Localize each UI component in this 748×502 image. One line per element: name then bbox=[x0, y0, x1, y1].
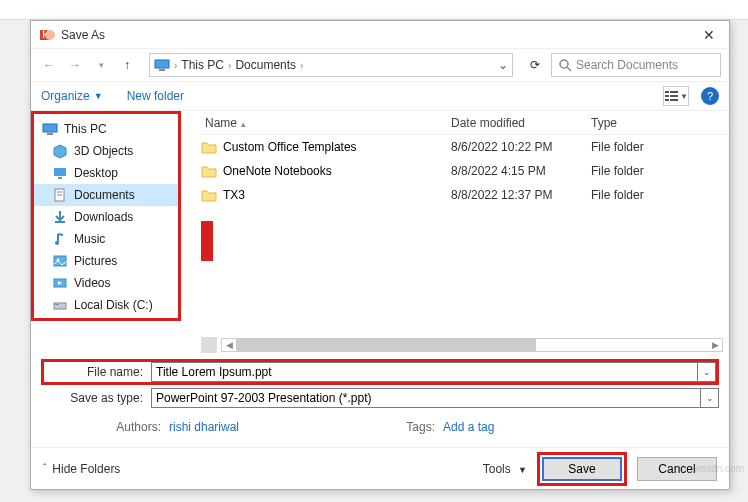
forward-arrow-icon[interactable]: → bbox=[65, 55, 85, 75]
type-dropdown-icon[interactable]: ⌄ bbox=[701, 388, 719, 408]
save-as-dialog: P Save As ✕ ← → ▾ ↑ › This PC › Document… bbox=[30, 20, 730, 490]
filename-row: File name: Title Lorem Ipsum.ppt ⌄ bbox=[41, 359, 719, 385]
sidebar-item-documents[interactable]: Documents bbox=[34, 184, 178, 206]
chevron-up-icon: ˆ bbox=[43, 463, 46, 474]
save-label: Save bbox=[568, 462, 595, 476]
scroll-right-icon[interactable]: ▶ bbox=[708, 338, 722, 352]
view-details-icon bbox=[664, 90, 678, 102]
column-type[interactable]: Type bbox=[591, 116, 729, 130]
navigation-tree: This PC 3D Objects Desktop Documents Dow… bbox=[31, 111, 181, 321]
file-name: OneNote Notebooks bbox=[223, 164, 332, 178]
chevron-down-icon: ▼ bbox=[518, 465, 527, 475]
close-icon[interactable]: ✕ bbox=[697, 23, 721, 47]
tags-label: Tags: bbox=[375, 420, 435, 434]
authors-value[interactable]: rishi dhariwal bbox=[169, 420, 239, 434]
svg-rect-17 bbox=[58, 177, 62, 179]
sidebar-item-videos[interactable]: Videos bbox=[34, 272, 178, 294]
back-arrow-icon[interactable]: ← bbox=[39, 55, 59, 75]
filename-input[interactable]: Title Lorem Ipsum.ppt bbox=[151, 362, 698, 382]
scroll-thumb[interactable] bbox=[236, 339, 536, 351]
this-pc-icon bbox=[154, 59, 170, 71]
svg-point-2 bbox=[45, 30, 55, 40]
save-as-type-row: Save as type: PowerPoint 97-2003 Present… bbox=[41, 385, 719, 411]
file-name: Custom Office Templates bbox=[223, 140, 357, 154]
chevron-down-icon: ▼ bbox=[94, 91, 103, 101]
horizontal-scrollbar[interactable]: ◀ ▶ bbox=[221, 338, 723, 352]
file-type: File folder bbox=[591, 188, 729, 202]
folder-icon bbox=[201, 188, 217, 202]
documents-icon bbox=[52, 187, 68, 203]
file-type: File folder bbox=[591, 140, 729, 154]
recent-dropdown-icon[interactable]: ▾ bbox=[91, 55, 111, 75]
sidebar-item-label: Music bbox=[74, 232, 105, 246]
sidebar-item-music[interactable]: Music bbox=[34, 228, 178, 250]
file-list: Name▴ Date modified Type Custom Office T… bbox=[201, 111, 729, 353]
svg-line-6 bbox=[567, 67, 571, 71]
chevron-right-icon[interactable]: › bbox=[228, 60, 231, 71]
titlebar: P Save As ✕ bbox=[31, 21, 729, 49]
column-date[interactable]: Date modified bbox=[451, 116, 591, 130]
svg-rect-10 bbox=[670, 95, 678, 97]
svg-rect-13 bbox=[43, 124, 57, 132]
filename-label: File name: bbox=[41, 365, 151, 379]
cancel-label: Cancel bbox=[658, 462, 695, 476]
chevron-down-icon: ▼ bbox=[680, 92, 688, 101]
hide-folders-label: Hide Folders bbox=[52, 462, 120, 476]
file-date: 8/6/2022 10:22 PM bbox=[451, 140, 591, 154]
up-arrow-icon[interactable]: ↑ bbox=[117, 55, 137, 75]
filename-dropdown-icon[interactable]: ⌄ bbox=[698, 362, 716, 382]
sidebar-item-downloads[interactable]: Downloads bbox=[34, 206, 178, 228]
hide-folders-button[interactable]: ˆ Hide Folders bbox=[43, 462, 120, 476]
this-pc-icon bbox=[42, 121, 58, 137]
tags-value[interactable]: Add a tag bbox=[443, 420, 494, 434]
folder-icon bbox=[201, 164, 217, 178]
highlight-decoration bbox=[201, 221, 213, 261]
file-row[interactable]: TX3 8/8/2022 12:37 PM File folder bbox=[201, 183, 729, 207]
crumb-documents[interactable]: Documents bbox=[235, 58, 296, 72]
file-row[interactable]: Custom Office Templates 8/6/2022 10:22 P… bbox=[201, 135, 729, 159]
chevron-right-icon[interactable]: › bbox=[174, 60, 177, 71]
form-area: File name: Title Lorem Ipsum.ppt ⌄ Save … bbox=[31, 353, 729, 447]
svg-rect-28 bbox=[55, 304, 59, 305]
sidebar-item-this-pc[interactable]: This PC bbox=[34, 118, 178, 140]
type-label: Save as type: bbox=[41, 391, 151, 405]
sidebar-item-local-disk[interactable]: Local Disk (C:) bbox=[34, 294, 178, 316]
scroll-left-icon[interactable]: ◀ bbox=[222, 338, 236, 352]
svg-marker-15 bbox=[54, 145, 66, 158]
address-bar-row: ← → ▾ ↑ › This PC › Documents › ⌄ ⟳ Sear… bbox=[31, 49, 729, 81]
chevron-right-icon[interactable]: › bbox=[300, 60, 303, 71]
sidebar-item-label: Pictures bbox=[74, 254, 117, 268]
address-dropdown-icon[interactable]: ⌄ bbox=[498, 58, 508, 72]
svg-rect-12 bbox=[670, 99, 678, 101]
sidebar-item-label: Desktop bbox=[74, 166, 118, 180]
sidebar-item-pictures[interactable]: Pictures bbox=[34, 250, 178, 272]
search-input[interactable]: Search Documents bbox=[551, 53, 721, 77]
column-headers: Name▴ Date modified Type bbox=[201, 111, 729, 135]
sidebar-item-3d-objects[interactable]: 3D Objects bbox=[34, 140, 178, 162]
desktop-icon bbox=[52, 165, 68, 181]
crumb-this-pc[interactable]: This PC bbox=[181, 58, 224, 72]
type-value: PowerPoint 97-2003 Presentation (*.ppt) bbox=[156, 391, 371, 405]
sidebar-item-label: This PC bbox=[64, 122, 107, 136]
refresh-icon[interactable]: ⟳ bbox=[525, 55, 545, 75]
save-button[interactable]: Save bbox=[542, 457, 622, 481]
background-app-ribbon bbox=[0, 0, 748, 20]
view-options-button[interactable]: ▼ bbox=[663, 86, 689, 106]
file-row[interactable]: OneNote Notebooks 8/8/2022 4:15 PM File … bbox=[201, 159, 729, 183]
file-date: 8/8/2022 12:37 PM bbox=[451, 188, 591, 202]
svg-point-5 bbox=[560, 60, 568, 68]
sidebar-item-label: Videos bbox=[74, 276, 110, 290]
disk-icon bbox=[52, 297, 68, 313]
filename-value: Title Lorem Ipsum.ppt bbox=[156, 365, 272, 379]
help-icon[interactable]: ? bbox=[701, 87, 719, 105]
sidebar-item-desktop[interactable]: Desktop bbox=[34, 162, 178, 184]
save-as-type-select[interactable]: PowerPoint 97-2003 Presentation (*.ppt) bbox=[151, 388, 701, 408]
svg-rect-9 bbox=[665, 95, 669, 97]
breadcrumb[interactable]: › This PC › Documents › ⌄ bbox=[149, 53, 513, 77]
tools-button[interactable]: Tools ▼ bbox=[483, 462, 527, 476]
new-folder-button[interactable]: New folder bbox=[127, 89, 184, 103]
organize-button[interactable]: Organize ▼ bbox=[41, 89, 103, 103]
column-name[interactable]: Name▴ bbox=[201, 116, 451, 130]
organize-label: Organize bbox=[41, 89, 90, 103]
downloads-icon bbox=[52, 209, 68, 225]
